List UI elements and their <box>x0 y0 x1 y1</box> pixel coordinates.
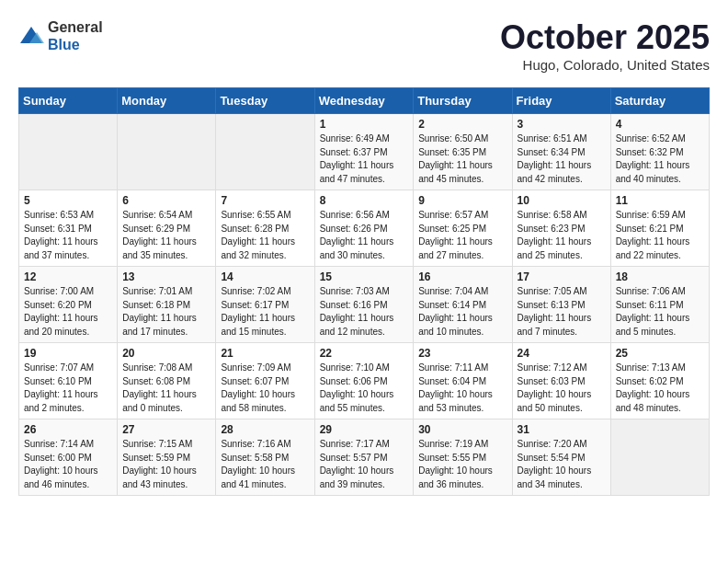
day-info: Sunrise: 7:07 AM Sunset: 6:10 PM Dayligh… <box>24 362 112 415</box>
day-info: Sunrise: 6:53 AM Sunset: 6:31 PM Dayligh… <box>24 209 112 262</box>
calendar-week-3: 12Sunrise: 7:00 AM Sunset: 6:20 PM Dayli… <box>19 267 710 343</box>
calendar-cell: 17Sunrise: 7:05 AM Sunset: 6:13 PM Dayli… <box>512 267 610 343</box>
day-info: Sunrise: 7:04 AM Sunset: 6:14 PM Dayligh… <box>418 285 506 339</box>
day-number: 10 <box>518 194 606 207</box>
calendar-cell <box>610 419 709 496</box>
day-info: Sunrise: 7:20 AM Sunset: 5:54 PM Dayligh… <box>518 438 606 491</box>
calendar-cell: 26Sunrise: 7:14 AM Sunset: 6:00 PM Dayli… <box>19 419 118 496</box>
day-info: Sunrise: 7:15 AM Sunset: 5:59 PM Dayligh… <box>122 438 210 491</box>
day-number: 16 <box>418 270 506 283</box>
calendar-body: 1Sunrise: 6:49 AM Sunset: 6:37 PM Daylig… <box>19 114 710 496</box>
calendar-cell: 4Sunrise: 6:52 AM Sunset: 6:32 PM Daylig… <box>610 114 709 190</box>
calendar-week-5: 26Sunrise: 7:14 AM Sunset: 6:00 PM Dayli… <box>19 419 710 496</box>
calendar-cell: 31Sunrise: 7:20 AM Sunset: 5:54 PM Dayli… <box>512 419 610 496</box>
day-number: 13 <box>122 270 210 283</box>
day-info: Sunrise: 6:59 AM Sunset: 6:21 PM Dayligh… <box>616 209 704 262</box>
title-area: October 2025 Hugo, Colorado, United Stat… <box>500 18 710 73</box>
day-info: Sunrise: 7:11 AM Sunset: 6:04 PM Dayligh… <box>418 362 506 415</box>
calendar-cell: 14Sunrise: 7:02 AM Sunset: 6:17 PM Dayli… <box>216 267 314 343</box>
calendar-cell: 6Sunrise: 6:54 AM Sunset: 6:29 PM Daylig… <box>118 190 216 267</box>
day-number: 17 <box>518 270 606 283</box>
day-number: 9 <box>418 194 506 207</box>
day-number: 27 <box>122 423 210 436</box>
calendar-cell <box>216 114 314 190</box>
weekday-header-monday: Monday <box>118 88 216 114</box>
location: Hugo, Colorado, United States <box>500 57 710 73</box>
day-number: 2 <box>418 118 506 131</box>
day-number: 19 <box>24 347 112 360</box>
day-info: Sunrise: 6:51 AM Sunset: 6:34 PM Dayligh… <box>518 132 606 186</box>
day-number: 7 <box>221 194 309 207</box>
calendar-cell: 30Sunrise: 7:19 AM Sunset: 5:55 PM Dayli… <box>414 419 512 496</box>
weekday-header-saturday: Saturday <box>610 88 709 114</box>
calendar-cell: 11Sunrise: 6:59 AM Sunset: 6:21 PM Dayli… <box>610 190 709 267</box>
logo: General Blue <box>18 18 103 53</box>
weekday-header-friday: Friday <box>512 88 610 114</box>
day-info: Sunrise: 6:56 AM Sunset: 6:26 PM Dayligh… <box>320 209 409 262</box>
day-number: 22 <box>320 347 409 360</box>
day-info: Sunrise: 7:16 AM Sunset: 5:58 PM Dayligh… <box>221 438 309 491</box>
day-number: 3 <box>518 118 606 131</box>
day-info: Sunrise: 6:49 AM Sunset: 6:37 PM Dayligh… <box>320 132 409 186</box>
day-info: Sunrise: 6:50 AM Sunset: 6:35 PM Dayligh… <box>418 132 506 186</box>
day-number: 4 <box>616 118 704 131</box>
day-number: 5 <box>24 194 112 207</box>
calendar-cell: 16Sunrise: 7:04 AM Sunset: 6:14 PM Dayli… <box>414 267 512 343</box>
day-number: 15 <box>320 270 409 283</box>
day-info: Sunrise: 7:00 AM Sunset: 6:20 PM Dayligh… <box>24 285 112 339</box>
day-info: Sunrise: 6:54 AM Sunset: 6:29 PM Dayligh… <box>122 209 210 262</box>
calendar-cell: 28Sunrise: 7:16 AM Sunset: 5:58 PM Dayli… <box>216 419 314 496</box>
day-number: 8 <box>320 194 409 207</box>
day-info: Sunrise: 7:01 AM Sunset: 6:18 PM Dayligh… <box>122 285 210 339</box>
calendar-cell <box>19 114 118 190</box>
weekday-header-wednesday: Wednesday <box>314 88 414 114</box>
calendar-cell: 15Sunrise: 7:03 AM Sunset: 6:16 PM Dayli… <box>314 267 414 343</box>
logo-icon <box>18 25 44 47</box>
day-number: 30 <box>418 423 506 436</box>
weekday-header-thursday: Thursday <box>414 88 512 114</box>
day-number: 11 <box>616 194 704 207</box>
calendar-cell: 1Sunrise: 6:49 AM Sunset: 6:37 PM Daylig… <box>314 114 414 190</box>
calendar-cell: 20Sunrise: 7:08 AM Sunset: 6:08 PM Dayli… <box>118 343 216 419</box>
calendar-cell: 7Sunrise: 6:55 AM Sunset: 6:28 PM Daylig… <box>216 190 314 267</box>
day-info: Sunrise: 6:58 AM Sunset: 6:23 PM Dayligh… <box>518 209 606 262</box>
calendar-cell: 3Sunrise: 6:51 AM Sunset: 6:34 PM Daylig… <box>512 114 610 190</box>
day-info: Sunrise: 7:12 AM Sunset: 6:03 PM Dayligh… <box>518 362 606 415</box>
day-info: Sunrise: 7:09 AM Sunset: 6:07 PM Dayligh… <box>221 362 309 415</box>
calendar-cell: 9Sunrise: 6:57 AM Sunset: 6:25 PM Daylig… <box>414 190 512 267</box>
day-number: 23 <box>418 347 506 360</box>
calendar-cell: 8Sunrise: 6:56 AM Sunset: 6:26 PM Daylig… <box>314 190 414 267</box>
day-number: 12 <box>24 270 112 283</box>
day-number: 25 <box>616 347 704 360</box>
calendar-week-2: 5Sunrise: 6:53 AM Sunset: 6:31 PM Daylig… <box>19 190 710 267</box>
day-info: Sunrise: 7:14 AM Sunset: 6:00 PM Dayligh… <box>24 438 112 491</box>
calendar-cell: 12Sunrise: 7:00 AM Sunset: 6:20 PM Dayli… <box>19 267 118 343</box>
day-number: 1 <box>320 118 409 131</box>
calendar-header-row: SundayMondayTuesdayWednesdayThursdayFrid… <box>19 88 710 114</box>
day-info: Sunrise: 7:06 AM Sunset: 6:11 PM Dayligh… <box>616 285 704 339</box>
day-info: Sunrise: 6:55 AM Sunset: 6:28 PM Dayligh… <box>221 209 309 262</box>
day-info: Sunrise: 6:57 AM Sunset: 6:25 PM Dayligh… <box>418 209 506 262</box>
day-number: 31 <box>518 423 606 436</box>
calendar-week-1: 1Sunrise: 6:49 AM Sunset: 6:37 PM Daylig… <box>19 114 710 190</box>
day-number: 29 <box>320 423 409 436</box>
calendar-cell: 2Sunrise: 6:50 AM Sunset: 6:35 PM Daylig… <box>414 114 512 190</box>
calendar-cell <box>118 114 216 190</box>
day-info: Sunrise: 7:05 AM Sunset: 6:13 PM Dayligh… <box>518 285 606 339</box>
calendar-cell: 25Sunrise: 7:13 AM Sunset: 6:02 PM Dayli… <box>610 343 709 419</box>
day-number: 21 <box>221 347 309 360</box>
calendar-cell: 18Sunrise: 7:06 AM Sunset: 6:11 PM Dayli… <box>610 267 709 343</box>
calendar-cell: 29Sunrise: 7:17 AM Sunset: 5:57 PM Dayli… <box>314 419 414 496</box>
page-header: General Blue October 2025 Hugo, Colorado… <box>18 18 710 73</box>
day-info: Sunrise: 7:10 AM Sunset: 6:06 PM Dayligh… <box>320 362 409 415</box>
calendar-cell: 10Sunrise: 6:58 AM Sunset: 6:23 PM Dayli… <box>512 190 610 267</box>
calendar-cell: 24Sunrise: 7:12 AM Sunset: 6:03 PM Dayli… <box>512 343 610 419</box>
day-number: 20 <box>122 347 210 360</box>
calendar-cell: 21Sunrise: 7:09 AM Sunset: 6:07 PM Dayli… <box>216 343 314 419</box>
logo-blue-text: Blue <box>48 37 80 52</box>
day-info: Sunrise: 7:02 AM Sunset: 6:17 PM Dayligh… <box>221 285 309 339</box>
calendar-cell: 27Sunrise: 7:15 AM Sunset: 5:59 PM Dayli… <box>118 419 216 496</box>
calendar-table: SundayMondayTuesdayWednesdayThursdayFrid… <box>18 87 710 496</box>
day-number: 14 <box>221 270 309 283</box>
calendar-cell: 22Sunrise: 7:10 AM Sunset: 6:06 PM Dayli… <box>314 343 414 419</box>
